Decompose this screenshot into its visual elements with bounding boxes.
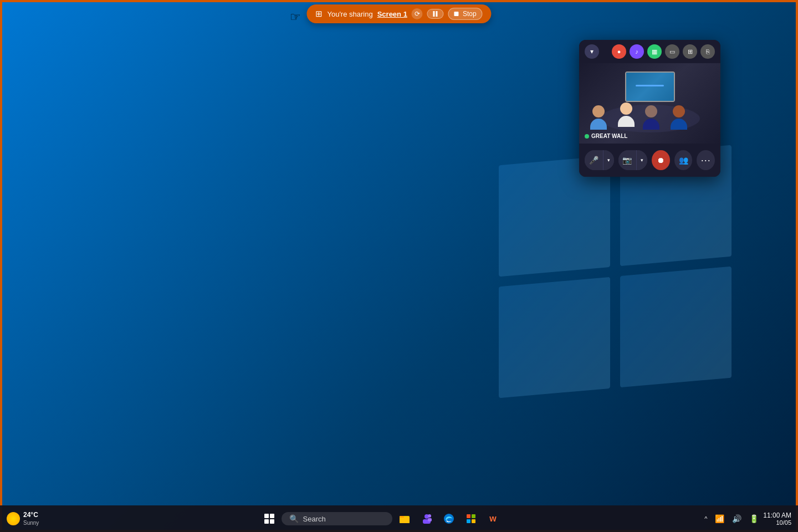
camera-button-group[interactable]: 📷 ▾ xyxy=(618,150,648,170)
clock-time: 11:00 AM xyxy=(763,511,791,519)
search-label: Search xyxy=(303,515,326,523)
more-options-button[interactable]: ··· xyxy=(697,150,715,170)
taskbar-left: 24°C Sunny xyxy=(0,511,66,527)
pause-sharing-button[interactable] xyxy=(427,9,444,19)
windows-logo-watermark xyxy=(499,155,732,388)
sharing-arrow-icon: ⟳ xyxy=(412,8,423,19)
screen-name-link[interactable]: Screen 1 xyxy=(377,10,407,18)
taskbar-store-icon[interactable] xyxy=(461,509,481,529)
svg-point-5 xyxy=(428,514,431,518)
room-screen xyxy=(625,71,675,102)
sharing-text-prefix: You're sharing xyxy=(327,10,372,18)
teams-record-button[interactable]: ● xyxy=(612,44,626,59)
cursor-pointer: ☞ xyxy=(290,10,301,24)
battery-icon[interactable]: 🔋 xyxy=(747,512,761,525)
taskbar: 24°C Sunny 🔍 Search xyxy=(0,505,798,532)
teams-window[interactable]: ▾ ● ♪ ▦ ▭ ⊞ ⎘ xyxy=(579,40,720,177)
taskbar-app-w-icon[interactable]: w xyxy=(483,509,503,529)
microphone-button[interactable]: 🎤 xyxy=(585,150,603,170)
stop-sharing-button[interactable]: Stop xyxy=(448,8,483,20)
svg-point-7 xyxy=(444,514,454,524)
start-menu-button[interactable] xyxy=(259,509,279,529)
svg-rect-1 xyxy=(400,517,410,523)
meeting-name: GREAT WALL xyxy=(591,133,627,139)
taskbar-right: ^ 📶 🔊 🔋 11:00 AM 10/05 xyxy=(695,511,798,526)
weather-sun-icon xyxy=(7,512,20,525)
people-button[interactable]: 👥 xyxy=(674,150,693,170)
taskbar-file-explorer[interactable] xyxy=(395,509,415,529)
taskbar-center: 🔍 Search xyxy=(66,509,695,529)
system-tray: ^ 📶 🔊 🔋 xyxy=(702,512,761,525)
svg-rect-6 xyxy=(428,518,432,521)
meeting-status-dot xyxy=(585,134,589,139)
tray-chevron-icon[interactable]: ^ xyxy=(702,513,709,524)
meeting-label: GREAT WALL xyxy=(585,133,627,139)
temperature-display: 24°C xyxy=(23,511,39,520)
clock-date: 10/05 xyxy=(763,519,791,526)
teams-controls: 🎤 ▾ 📷 ▾ ⏺ 👥 ··· xyxy=(579,144,720,177)
person-3 xyxy=(643,105,659,130)
sharing-banner[interactable]: ⊞ You're sharing Screen 1 ⟳ Stop xyxy=(306,4,491,23)
person-4 xyxy=(671,105,687,130)
weather-condition: Sunny xyxy=(23,519,39,526)
sharing-icon: ⊞ xyxy=(315,9,323,19)
teams-video-feed: GREAT WALL xyxy=(579,63,720,144)
microphone-dropdown-button[interactable]: ▾ xyxy=(603,150,614,170)
stop-icon xyxy=(454,12,459,16)
camera-dropdown-button[interactable]: ▾ xyxy=(636,150,647,170)
search-icon: 🔍 xyxy=(289,514,299,523)
person-2 xyxy=(618,103,635,127)
camera-button[interactable]: 📷 xyxy=(618,150,637,170)
taskbar-edge-icon[interactable] xyxy=(439,509,459,529)
windows-start-icon xyxy=(264,514,274,524)
taskbar-teams-icon[interactable] xyxy=(417,509,437,529)
teams-toolbar: ▾ ● ♪ ▦ ▭ ⊞ ⎘ xyxy=(579,40,720,63)
svg-rect-11 xyxy=(472,519,475,523)
teams-collapse-button[interactable]: ▾ xyxy=(585,44,599,59)
svg-rect-10 xyxy=(467,519,470,523)
mic-button-group[interactable]: 🎤 ▾ xyxy=(585,150,614,170)
teams-popout-button[interactable]: ⎘ xyxy=(700,44,715,59)
wifi-icon[interactable]: 📶 xyxy=(713,512,727,525)
volume-icon[interactable]: 🔊 xyxy=(730,512,744,525)
teams-analytics-button[interactable]: ▦ xyxy=(647,44,662,59)
teams-single-view-button[interactable]: ▭ xyxy=(665,44,679,59)
system-clock[interactable]: 11:00 AM 10/05 xyxy=(763,511,791,526)
weather-widget[interactable]: 24°C Sunny xyxy=(7,511,39,527)
teams-grid-view-button[interactable]: ⊞ xyxy=(683,44,697,59)
svg-rect-9 xyxy=(472,514,475,518)
record-active-button[interactable]: ⏺ xyxy=(652,150,670,170)
teams-music-button[interactable]: ♪ xyxy=(630,44,644,59)
search-bar[interactable]: 🔍 Search xyxy=(282,512,392,525)
svg-rect-2 xyxy=(400,516,404,518)
desktop: ⊞ You're sharing Screen 1 ⟳ Stop ☞ ▾ ● ♪… xyxy=(0,0,798,532)
person-1 xyxy=(590,105,607,130)
svg-rect-8 xyxy=(467,514,470,518)
